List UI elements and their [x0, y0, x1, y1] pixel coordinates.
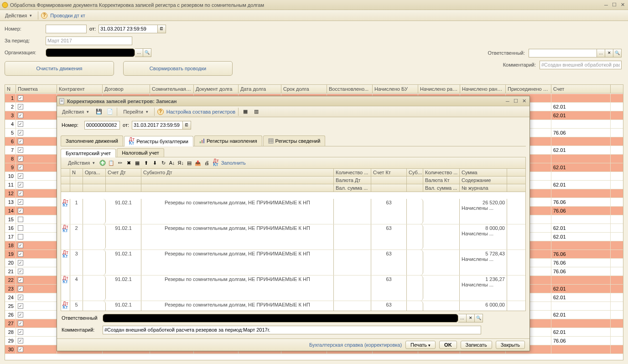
col-srok[interactable]: Срок долга — [281, 85, 327, 93]
checkbox[interactable]: ✓ — [18, 121, 23, 127]
responsible-input[interactable] — [529, 49, 597, 57]
modal-close-button[interactable]: ✕ — [520, 98, 528, 104]
icol-qtyk[interactable]: Количество ... — [423, 169, 460, 176]
modal-minimize-button[interactable]: ─ — [504, 98, 511, 104]
checkbox[interactable]: ✓ — [18, 173, 23, 179]
row-checkbox-cell[interactable] — [16, 224, 57, 232]
checkbox[interactable]: ✓ — [18, 321, 23, 326]
checkbox[interactable]: ✓ — [18, 104, 23, 109]
sort-asc-icon[interactable]: A↓ — [168, 159, 176, 167]
org-select-button[interactable]: … — [135, 48, 143, 57]
modal-comm-input[interactable] — [103, 326, 481, 334]
checkbox[interactable]: ✓ — [18, 165, 23, 170]
icol-schet-kt[interactable]: Счет Кт — [371, 169, 407, 176]
checkbox[interactable]: ✓ — [18, 286, 23, 291]
row-checkbox-cell[interactable]: ✓ — [16, 137, 57, 146]
refresh-icon[interactable]: ↻ — [159, 159, 167, 167]
icol-content[interactable]: Содержание — [460, 177, 507, 184]
checkbox[interactable]: ✓ — [18, 243, 23, 248]
row-checkbox-cell[interactable]: ✓ — [16, 94, 57, 102]
sort-desc-icon[interactable]: Я↓ — [176, 159, 185, 167]
close-button[interactable]: Закрыть — [496, 341, 525, 349]
modal-resp-redacted[interactable] — [103, 314, 458, 322]
checkbox[interactable]: ✓ — [18, 260, 23, 265]
checkbox[interactable]: ✓ — [18, 251, 23, 257]
modal-date-input[interactable] — [132, 121, 183, 130]
icol-vs-kt[interactable]: Вал. сумма ... — [423, 184, 460, 192]
row-checkbox-cell[interactable]: ✓ — [16, 345, 57, 354]
edit-icon[interactable]: ✏ — [116, 159, 124, 167]
inner-grid-body[interactable]: ДтКт191.02.1Резервы по сомнительным долг… — [61, 199, 525, 311]
row-checkbox-cell[interactable]: ✓ — [16, 337, 57, 345]
row-checkbox-cell[interactable]: ✓ — [16, 319, 57, 328]
row-checkbox-cell[interactable]: ✓ — [16, 189, 57, 198]
row-checkbox-cell[interactable] — [16, 233, 57, 241]
row-checkbox-cell[interactable]: ✓ — [16, 276, 57, 284]
icol-val-kt[interactable]: Валюта Кт — [423, 177, 460, 184]
col-doc-dolga[interactable]: Документ долга — [194, 85, 239, 93]
tab-fill-movements[interactable]: Заполнение движений — [61, 135, 123, 146]
actions-menu[interactable]: Действия — [2, 12, 35, 19]
minimize-button[interactable]: ─ — [602, 2, 610, 8]
col-prisoedineno[interactable]: Присоединено БУ — [506, 85, 551, 93]
print-button[interactable]: Печать — [405, 341, 436, 349]
col-nachisleno-ranee1[interactable]: Начислено ране... — [418, 85, 460, 93]
spravka-link[interactable]: Бухгалтерская справка (корректировка) — [309, 342, 402, 348]
icol-val-dt[interactable]: Валюта Дт — [334, 177, 371, 184]
checkbox[interactable] — [18, 234, 23, 239]
form-provodki-button[interactable]: Свормировать проводки — [123, 61, 233, 76]
modal-help-icon[interactable]: ? — [157, 109, 164, 115]
row-checkbox-cell[interactable]: ✓ — [16, 146, 57, 154]
move-down-icon[interactable]: ⬇ — [151, 159, 159, 167]
icol-subkonto-kt[interactable]: Суб... — [407, 169, 423, 176]
col-nachisleno-ranee2[interactable]: Начислено ране... — [460, 85, 506, 93]
checkbox[interactable]: ✓ — [18, 156, 23, 161]
add-icon[interactable] — [99, 159, 107, 167]
col-dogovor[interactable]: Договор — [103, 85, 150, 93]
fill-link[interactable]: Заполнить — [221, 160, 246, 166]
checkbox[interactable]: ✓ — [18, 312, 23, 317]
filter-icon[interactable]: ▤ — [185, 159, 193, 167]
modal-new-icon[interactable]: 📄 — [106, 108, 114, 116]
tab-info-registers[interactable]: Регистры сведений — [263, 135, 326, 146]
number-input[interactable] — [46, 25, 87, 33]
checkbox[interactable]: ✓ — [18, 347, 23, 352]
row-checkbox-cell[interactable]: ✓ — [16, 120, 57, 128]
modal-resp-select-button[interactable]: … — [458, 314, 467, 322]
entry-row[interactable]: ДтКт491.02.1Резервы по сомнительным долг… — [61, 276, 525, 301]
entry-row[interactable]: ДтКт391.02.1Резервы по сомнительным долг… — [61, 250, 525, 276]
provodki-link[interactable]: Проводки дт кт — [50, 13, 85, 18]
period-input[interactable] — [46, 36, 132, 45]
row-checkbox-cell[interactable]: ✓ — [16, 163, 57, 172]
move-up-icon[interactable]: ⬆ — [142, 159, 150, 167]
entry-row[interactable]: ДтКт191.02.1Резервы по сомнительным долг… — [61, 199, 525, 224]
tab-accounting-registers[interactable]: ДтКт Регистры бухгалтерии — [124, 136, 193, 146]
modal-resp-clear-icon[interactable]: ✕ — [467, 314, 475, 322]
checkbox[interactable]: ✓ — [18, 269, 23, 274]
col-n[interactable]: N — [5, 85, 16, 93]
row-checkbox-cell[interactable]: ✓ — [16, 172, 57, 180]
modal-actions-menu[interactable]: Действия — [59, 108, 92, 115]
row-checkbox-cell[interactable] — [16, 215, 57, 224]
col-nachisleno-bu[interactable]: Начислено БУ — [373, 85, 418, 93]
icol-subkonto-dt[interactable]: Субконто Дт — [141, 169, 334, 176]
copy-icon[interactable]: 📋 — [107, 159, 115, 167]
row-checkbox-cell[interactable]: ✓ — [16, 302, 57, 310]
responsible-select-button[interactable]: … — [597, 49, 605, 57]
org-input-redacted[interactable] — [46, 48, 135, 57]
checkbox[interactable]: ✓ — [18, 182, 23, 187]
col-mark[interactable]: Пометка — [16, 85, 57, 93]
sub-actions-menu[interactable]: Действия — [65, 159, 98, 166]
delete-icon[interactable]: ✖ — [125, 159, 133, 167]
col-date-dolga[interactable]: Дата долга — [239, 85, 281, 93]
responsible-search-icon[interactable]: 🔍 — [613, 49, 622, 57]
checkbox[interactable] — [18, 225, 23, 231]
grid-icon-1[interactable]: ▦ — [241, 108, 249, 116]
row-checkbox-cell[interactable]: ✓ — [16, 285, 57, 293]
checkbox[interactable]: ✓ — [18, 199, 23, 205]
entry-row[interactable]: ДтКт291.02.1Резервы по сомнительным долг… — [61, 224, 525, 250]
row-checkbox-cell[interactable]: ✓ — [16, 129, 57, 137]
checkbox[interactable]: ✓ — [18, 130, 23, 135]
icol-schet-dt[interactable]: Счет Дт — [106, 169, 141, 176]
grid-icon-2[interactable]: ▥ — [252, 108, 260, 116]
